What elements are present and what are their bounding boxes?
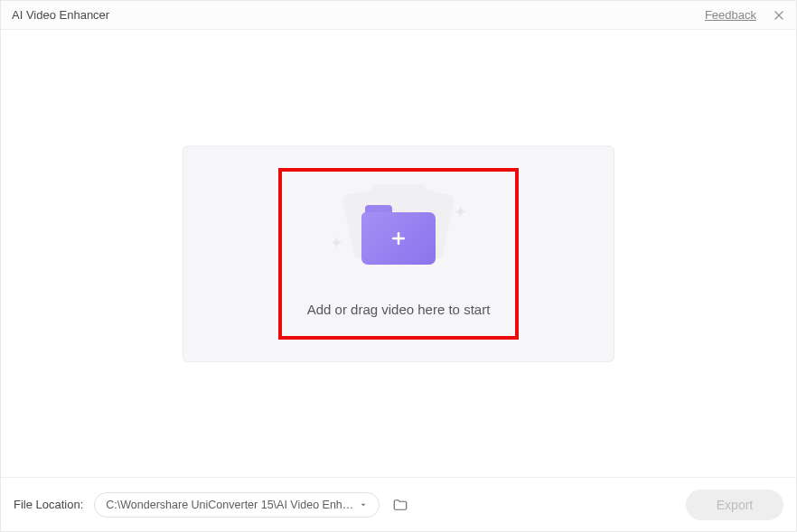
export-button[interactable]: Export [686, 490, 783, 520]
feedback-link[interactable]: Feedback [705, 8, 756, 22]
title-bar: AI Video Enhancer Feedback [1, 1, 796, 30]
dropzone-inner: ✦ ✦ Add or drag video here to start [307, 190, 491, 317]
close-button[interactable] [771, 7, 787, 23]
folder-icon [392, 497, 408, 513]
sparkle-icon: ✦ [454, 202, 467, 222]
folder-plus-icon [361, 212, 436, 265]
app-window: AI Video Enhancer Feedback ✦ ✦ [0, 0, 797, 532]
dropzone-prompt: Add or drag video here to start [307, 302, 491, 317]
main-content: ✦ ✦ Add or drag video here to start [1, 30, 796, 477]
footer-bar: File Location: C:\Wondershare UniConvert… [1, 477, 796, 531]
sparkle-icon: ✦ [330, 233, 343, 253]
chevron-down-icon [359, 500, 368, 509]
plus-icon [389, 229, 408, 247]
browse-folder-button[interactable] [390, 495, 410, 515]
app-title: AI Video Enhancer [12, 8, 705, 22]
file-location-label: File Location: [14, 498, 83, 511]
file-location-select[interactable]: C:\Wondershare UniConverter 15\AI Video … [94, 492, 380, 518]
close-icon [773, 9, 785, 22]
file-location-path: C:\Wondershare UniConverter 15\AI Video … [106, 499, 353, 511]
video-dropzone[interactable]: ✦ ✦ Add or drag video here to start [183, 145, 614, 362]
folder-illustration: ✦ ✦ [335, 190, 462, 271]
